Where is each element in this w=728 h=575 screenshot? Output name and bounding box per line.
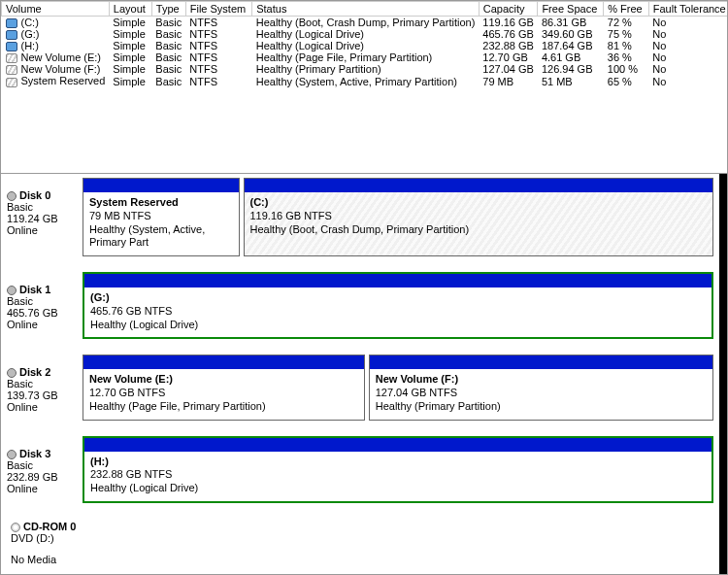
cell-free: 349.60 GB: [538, 28, 604, 40]
cell-free: 187.64 GB: [538, 40, 604, 51]
drive-icon-striped: [6, 53, 17, 63]
partition[interactable]: System Reserved79 MB NTFSHealthy (System…: [83, 178, 240, 256]
partition-title: (G:): [90, 291, 706, 305]
volume-row[interactable]: (C:)SimpleBasicNTFSHealthy (Boot, Crash …: [2, 17, 728, 29]
partition-status: Healthy (Page File, Primary Partition): [89, 400, 358, 414]
disk-block[interactable]: Disk 0Basic119.24 GBOnlineSystem Reserve…: [1, 174, 719, 268]
cell-status: Healthy (Logical Drive): [252, 40, 480, 51]
partition-status: Healthy (Boot, Crash Dump, Primary Parti…: [250, 223, 708, 237]
cell-status: Healthy (Primary Partition): [252, 63, 480, 75]
volume-table[interactable]: VolumeLayoutTypeFile SystemStatusCapacit…: [1, 1, 727, 87]
cell-cap: 232.88 GB: [479, 40, 538, 51]
disk-icon: [7, 368, 17, 378]
disk-icon: [7, 286, 17, 295]
cell-type: Basic: [151, 28, 185, 40]
column-header[interactable]: Fault Tolerance: [648, 2, 727, 17]
disk-icon: [7, 191, 17, 201]
drive-icon: [6, 30, 17, 40]
cell-ft: No: [648, 40, 727, 51]
cell-layout: Simple: [109, 75, 151, 86]
column-header[interactable]: Free Space: [538, 2, 604, 17]
disk-meta: Disk 2Basic139.73 GBOnline: [7, 355, 83, 420]
disk-size: 465.76 GB: [7, 307, 83, 319]
partition-size: 127.04 GB NTFS: [376, 387, 707, 400]
cell-name: (C:): [2, 17, 110, 29]
cell-name: (H:): [2, 40, 110, 51]
partition[interactable]: (G:)465.76 GB NTFSHealthy (Logical Drive…: [83, 272, 713, 339]
partition[interactable]: New Volume (E:)12.70 GB NTFSHealthy (Pag…: [83, 355, 365, 420]
cell-name: System Reserved: [2, 75, 110, 86]
cell-type: Basic: [151, 51, 185, 63]
disk-kind: Basic: [7, 378, 83, 389]
cell-pct: 72 %: [604, 17, 648, 29]
column-header[interactable]: File System: [185, 2, 251, 17]
column-header[interactable]: % Free: [604, 2, 648, 17]
drive-icon-striped: [6, 65, 17, 75]
partition[interactable]: (H:)232.88 GB NTFSHealthy (Logical Drive…: [83, 436, 713, 503]
volume-row[interactable]: New Volume (E:)SimpleBasicNTFSHealthy (P…: [2, 51, 728, 63]
column-header[interactable]: Volume: [2, 2, 110, 17]
volume-list-pane[interactable]: VolumeLayoutTypeFile SystemStatusCapacit…: [1, 1, 727, 174]
column-header[interactable]: Type: [151, 2, 185, 17]
column-header[interactable]: Capacity: [479, 2, 538, 17]
drive-icon: [6, 42, 17, 51]
volume-row[interactable]: New Volume (F:)SimpleBasicNTFSHealthy (P…: [2, 63, 728, 75]
disk-kind: Basic: [7, 459, 83, 471]
cell-status: Healthy (Logical Drive): [252, 28, 480, 40]
disk-name: Disk 3: [19, 448, 50, 459]
cell-name: (G:): [2, 28, 110, 40]
partition-title: (H:): [90, 456, 706, 469]
disk-icon: [7, 450, 17, 459]
disk-partitions: System Reserved79 MB NTFSHealthy (System…: [83, 178, 713, 256]
column-header[interactable]: Layout: [109, 2, 151, 17]
cell-cap: 465.76 GB: [479, 28, 538, 40]
cell-layout: Simple: [109, 28, 151, 40]
disk-size: 232.89 GB: [7, 471, 83, 483]
disk-name: Disk 0: [19, 189, 50, 201]
disk-meta: Disk 3Basic232.89 GBOnline: [7, 436, 83, 503]
cell-pct: 65 %: [604, 75, 648, 86]
disk-state: Online: [7, 319, 83, 330]
cell-ft: No: [648, 51, 727, 63]
disk-meta: Disk 0Basic119.24 GBOnline: [7, 178, 83, 256]
volume-row[interactable]: (G:)SimpleBasicNTFSHealthy (Logical Driv…: [2, 28, 728, 40]
volume-row[interactable]: (H:)SimpleBasicNTFSHealthy (Logical Driv…: [2, 40, 728, 51]
cell-free: 4.61 GB: [538, 51, 604, 63]
partition[interactable]: (C:)119.16 GB NTFSHealthy (Boot, Crash D…: [244, 178, 714, 256]
disk-kind: Basic: [7, 201, 83, 213]
partition-size: 465.76 GB NTFS: [90, 305, 706, 319]
disk-partitions: New Volume (E:)12.70 GB NTFSHealthy (Pag…: [83, 355, 713, 420]
partition-header-bar: [84, 438, 711, 452]
column-header[interactable]: Status: [252, 2, 480, 17]
cell-cap: 12.70 GB: [479, 51, 538, 63]
cell-fs: NTFS: [185, 40, 251, 51]
cell-type: Basic: [151, 75, 185, 86]
cell-layout: Simple: [109, 51, 151, 63]
partition[interactable]: New Volume (F:)127.04 GB NTFSHealthy (Pr…: [369, 355, 713, 420]
disk-block[interactable]: Disk 1Basic465.76 GBOnline(G:)465.76 GB …: [1, 268, 719, 351]
cell-name: New Volume (E:): [2, 51, 110, 63]
disk-block[interactable]: Disk 3Basic232.89 GBOnline(H:)232.88 GB …: [1, 432, 719, 515]
volume-row[interactable]: System ReservedSimpleBasicNTFSHealthy (S…: [2, 75, 728, 86]
partition-body: System Reserved79 MB NTFSHealthy (System…: [83, 192, 239, 255]
disk-name: Disk 2: [19, 366, 50, 378]
cdrom-block[interactable]: CD-ROM 0DVD (D:)No Media: [1, 515, 719, 574]
cell-ft: No: [648, 28, 727, 40]
disk-state: Online: [7, 401, 83, 413]
partition-status: Healthy (Logical Drive): [90, 319, 706, 332]
partition-body: (G:)465.76 GB NTFSHealthy (Logical Drive…: [84, 288, 711, 337]
disk-block[interactable]: Disk 2Basic139.73 GBOnlineNew Volume (E:…: [1, 351, 719, 431]
cell-layout: Simple: [109, 63, 151, 75]
cell-fs: NTFS: [185, 75, 251, 86]
partition-header-bar: [83, 179, 239, 192]
cell-type: Basic: [151, 40, 185, 51]
cell-layout: Simple: [109, 40, 151, 51]
partition-header-bar: [84, 274, 711, 288]
partition-size: 232.88 GB NTFS: [90, 468, 706, 482]
cell-pct: 81 %: [604, 40, 648, 51]
disk-size: 119.24 GB: [7, 213, 83, 224]
partition-header-bar: [245, 179, 713, 192]
cell-pct: 100 %: [604, 63, 648, 75]
partition-title: (C:): [250, 196, 708, 210]
disk-graphic-pane[interactable]: Disk 0Basic119.24 GBOnlineSystem Reserve…: [1, 174, 727, 574]
